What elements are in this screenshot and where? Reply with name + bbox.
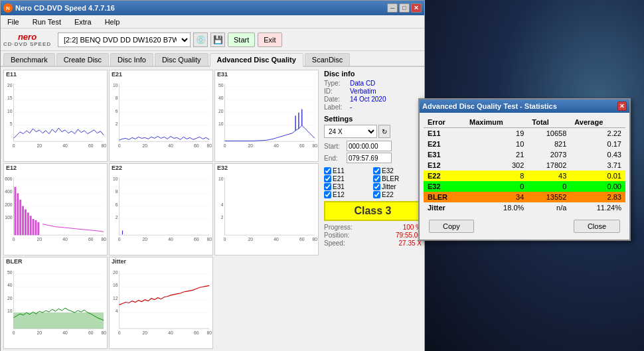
close-button-dialog[interactable]: Close xyxy=(574,220,620,233)
title-bar: N Nero CD-DVD Speed 4.7.7.16 ─ □ ✕ xyxy=(1,1,424,15)
chart-e21-svg: 10 8 6 2 0 20 40 60 80 xyxy=(110,70,212,161)
svg-text:40: 40 xyxy=(62,237,68,242)
tab-disc-info[interactable]: Disc Info xyxy=(110,53,153,66)
cb-e32[interactable]: E32 xyxy=(373,167,422,175)
svg-text:40: 40 xyxy=(168,330,173,335)
cb-e12[interactable]: E12 xyxy=(324,191,372,198)
svg-text:40: 40 xyxy=(274,237,279,242)
minimize-button[interactable]: ─ xyxy=(387,3,398,13)
main-window: N Nero CD-DVD Speed 4.7.7.16 ─ □ ✕ File … xyxy=(0,0,425,351)
cb-e31[interactable]: E31 xyxy=(324,183,372,190)
maximize-button[interactable]: □ xyxy=(399,3,410,13)
tab-advanced-disc-quality[interactable]: Advanced Disc Quality xyxy=(210,53,303,67)
svg-text:8: 8 xyxy=(116,189,118,194)
chart-e11: E11 20 15 10 5 0 20 40 60 80 xyxy=(3,70,108,162)
row-e32-max: 0 xyxy=(465,181,528,192)
row-e21-error: E21 xyxy=(424,139,465,149)
svg-text:4: 4 xyxy=(116,309,118,313)
chart-e22-svg: 10 8 6 2 0 20 40 60 80 xyxy=(110,164,212,255)
menu-run-test[interactable]: Run Test xyxy=(29,17,65,27)
row-bler-total: 13552 xyxy=(528,192,570,202)
svg-text:600: 600 xyxy=(5,176,13,181)
svg-text:40: 40 xyxy=(62,143,68,148)
disc-type-value: Data CD xyxy=(350,80,375,87)
settings-title: Settings xyxy=(324,115,422,123)
settings-section: Settings 24 X ↻ Start: End: xyxy=(324,115,422,163)
start-time-input[interactable] xyxy=(347,141,392,151)
app-icon: N xyxy=(3,3,13,13)
row-bler-max: 34 xyxy=(465,192,528,202)
svg-text:80: 80 xyxy=(206,330,212,335)
chart-e32: E32 10 4 2 0 20 40 60 80 xyxy=(214,163,319,255)
row-e21-total: 821 xyxy=(528,139,570,149)
svg-rect-65 xyxy=(19,200,21,235)
disc-label-row: Label: - xyxy=(324,104,422,111)
cb-e11[interactable]: E11 xyxy=(324,167,372,175)
cb-jitter[interactable]: Jitter xyxy=(373,183,422,190)
svg-text:20: 20 xyxy=(37,143,42,148)
disc-id-label: ID: xyxy=(324,88,347,95)
tab-create-disc[interactable]: Create Disc xyxy=(56,53,109,66)
svg-text:60: 60 xyxy=(299,237,305,242)
disc-id-value: Verbatim xyxy=(350,88,376,95)
svg-text:6: 6 xyxy=(116,109,118,113)
menu-file[interactable]: File xyxy=(3,17,23,27)
col-average: Average xyxy=(570,117,625,128)
row-e31-max: 21 xyxy=(465,149,528,160)
menu-help[interactable]: Help xyxy=(101,17,124,27)
save-icon-button[interactable]: 💾 xyxy=(210,33,225,47)
chart-bler-svg: 50 40 20 10 0 20 40 60 80 xyxy=(4,257,107,348)
nero-logo-top: nero xyxy=(18,33,37,41)
dialog-close-button[interactable]: ✕ xyxy=(617,102,627,111)
row-e22-avg: 0.01 xyxy=(570,171,625,181)
drive-select[interactable]: [2:2] BENQ DVD DD DW1620 B7W9 xyxy=(58,33,191,47)
chart-jitter: Jitter 20 16 12 4 0 20 40 60 80 xyxy=(109,257,213,349)
speed-refresh-button[interactable]: ↻ xyxy=(378,125,390,138)
svg-text:10: 10 xyxy=(113,176,118,181)
disc-date-value: 14 Oct 2020 xyxy=(350,96,386,103)
row-e12-max: 302 xyxy=(465,160,528,171)
cb-bler[interactable]: BLER xyxy=(373,175,422,182)
cb-e21[interactable]: E21 xyxy=(324,175,372,182)
svg-text:60: 60 xyxy=(194,237,199,242)
dialog-title-bar: Advanced Disc Quality Test - Statistics … xyxy=(420,100,629,113)
disc-type-row: Type: Data CD xyxy=(324,80,422,87)
svg-rect-64 xyxy=(17,193,19,235)
svg-text:80: 80 xyxy=(101,237,106,242)
row-e11-avg: 2.22 xyxy=(570,128,625,139)
svg-text:40: 40 xyxy=(274,143,279,148)
disc-info-title: Disc info xyxy=(324,70,422,78)
class-box: Class 3 xyxy=(324,201,422,221)
end-time-row: End: xyxy=(324,153,422,163)
svg-rect-70 xyxy=(33,219,35,235)
drive-icon-button[interactable]: 💿 xyxy=(193,33,208,47)
exit-button[interactable]: Exit xyxy=(258,33,282,47)
tab-benchmark[interactable]: Benchmark xyxy=(3,53,55,66)
row-bler-error: BLER xyxy=(424,192,465,202)
row-e32-total: 0 xyxy=(528,181,570,192)
start-label: Start: xyxy=(324,143,344,150)
svg-text:8: 8 xyxy=(116,96,118,100)
svg-text:200: 200 xyxy=(5,202,13,207)
position-label: Position: xyxy=(324,232,349,239)
svg-text:15: 15 xyxy=(7,96,13,100)
app-title: Nero CD-DVD Speed 4.7.7.16 xyxy=(15,4,115,12)
svg-text:80: 80 xyxy=(312,143,317,148)
close-button[interactable]: ✕ xyxy=(411,3,422,13)
chart-e21: E21 10 8 6 2 0 20 40 60 80 xyxy=(109,70,213,162)
col-total: Total xyxy=(528,117,570,128)
start-button[interactable]: Start xyxy=(228,33,255,47)
copy-button[interactable]: Copy xyxy=(429,220,474,233)
dialog-content: Error Maximum Total Average E11 19 10658… xyxy=(420,113,629,240)
svg-text:80: 80 xyxy=(101,143,106,148)
tab-scan-disc[interactable]: ScanDisc xyxy=(305,53,350,66)
tab-disc-quality[interactable]: Disc Quality xyxy=(155,53,208,66)
svg-text:20: 20 xyxy=(37,237,42,242)
dialog-title: Advanced Disc Quality Test - Statistics xyxy=(422,102,557,110)
cb-e22[interactable]: E22 xyxy=(373,191,422,198)
menu-extra[interactable]: Extra xyxy=(70,17,96,27)
end-time-input[interactable] xyxy=(347,153,392,163)
row-jitter-total: n/a xyxy=(528,202,570,213)
svg-text:50: 50 xyxy=(7,270,13,275)
speed-select[interactable]: 24 X xyxy=(324,125,377,138)
